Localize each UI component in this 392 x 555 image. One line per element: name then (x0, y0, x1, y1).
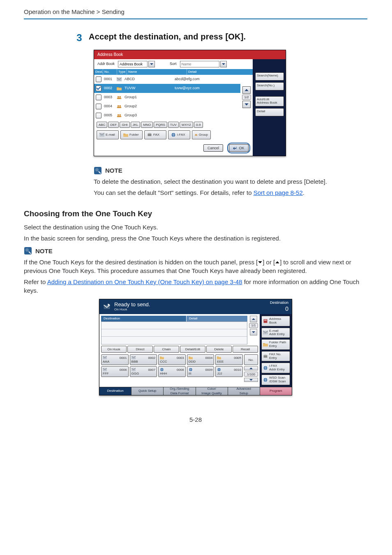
ab-addressbook-dropdown-button[interactable] (148, 61, 155, 67)
chain-button[interactable]: Chain (154, 346, 179, 353)
faxno-entry-button[interactable]: FAX No. Entry (261, 351, 290, 362)
note2-line1-b: ] or [ (263, 259, 275, 266)
tab-colorquality[interactable]: Color/ Image Quality (196, 387, 228, 395)
chevron-down-icon (249, 378, 253, 382)
rs-dest-label: Destination (270, 300, 288, 305)
ab-addressbook-value[interactable] (118, 61, 148, 67)
onetouch-key[interactable]: 0003CCC (158, 354, 186, 365)
no-button[interactable]: No. (244, 354, 258, 365)
ot-num: 0002 (148, 356, 155, 360)
ot-scroll-up[interactable] (244, 366, 258, 370)
onetouch-key[interactable]: 0009III (187, 366, 214, 377)
envelope-icon (263, 330, 268, 335)
detailedit-button[interactable]: Detail/Edit (180, 346, 205, 353)
ab-col-no: No. (103, 69, 117, 75)
tab-group[interactable]: Group (192, 130, 211, 139)
alpha-09[interactable]: 0-9 (194, 122, 203, 128)
scroll-down-button[interactable] (250, 329, 257, 335)
recall-button[interactable]: Recall (233, 346, 258, 353)
ot-num: 0007 (148, 368, 155, 372)
email-entry-button[interactable]: E-mail Addr Entry (261, 328, 290, 338)
alpha-jkl[interactable]: JKL (131, 122, 141, 128)
row-name: Group1 (124, 95, 174, 100)
direct-button[interactable]: Direct (127, 346, 153, 353)
ot-num: 0001 (120, 356, 127, 360)
sort-xref-link[interactable]: Sort on page 8-52 (254, 189, 303, 196)
onhook-button[interactable]: On Hook (101, 346, 127, 353)
onetouch-key[interactable]: 0005EEE (215, 354, 243, 365)
checkbox[interactable] (96, 86, 101, 91)
list-item[interactable] (101, 329, 247, 337)
alpha-abc[interactable]: ABC (97, 122, 107, 128)
ready-to-send-screenshot: Ready to send. On Hook Destination 0 Des… (99, 299, 292, 395)
scroll-up-button[interactable] (242, 86, 251, 94)
table-row[interactable]: 0001 ABCD abcd@efg.com (94, 75, 240, 84)
ab-addrbook-label: Addr Book (97, 61, 115, 67)
ab-col-detail: Detail (187, 69, 253, 75)
rs-page-indicator: 1/1 (249, 323, 258, 328)
alpha-pqrs[interactable]: PQRS (154, 122, 167, 128)
tab-advanced[interactable]: Advanced Setup (228, 387, 260, 395)
checkbox[interactable] (96, 76, 101, 82)
alpha-ghi[interactable]: GHI (120, 122, 129, 128)
tab-orgsending[interactable]: Org./Sending Data Format (164, 387, 196, 395)
note-block-2: NOTE If the One Touch Keys for the desir… (24, 247, 367, 295)
tab-fax[interactable]: FAX (144, 130, 166, 139)
wsd-scan-button[interactable]: WSD Scan /DSM Scan (261, 375, 290, 385)
tab-folder[interactable]: Folder (120, 130, 143, 139)
onetouch-key[interactable]: 0007GGG (130, 366, 157, 377)
add-edit-button[interactable]: Add/Edit Address Book (255, 96, 284, 107)
onetouch-xref-link[interactable]: Adding a Destination on One Touch Key (O… (47, 278, 242, 285)
search-name-button[interactable]: Search(Name) (255, 72, 284, 81)
list-item[interactable] (101, 322, 247, 329)
tab-program[interactable]: Program (260, 387, 292, 395)
folder-icon (115, 86, 123, 91)
ok-highlight-ring: OK (227, 143, 250, 154)
alpha-wxyz[interactable]: WXYZ (180, 122, 193, 128)
checkbox[interactable] (96, 113, 101, 118)
onetouch-key[interactable]: 0008HHH (158, 366, 186, 377)
ot-name: HHH (160, 371, 167, 376)
onetouch-key[interactable]: 0010JJJ (215, 366, 243, 377)
rs-actions: On Hook Direct Chain Detail/Edit Delete … (101, 346, 258, 353)
scroll-down-button[interactable] (242, 101, 251, 108)
onetouch-key[interactable]: 0004DDD (187, 354, 214, 365)
tab-folder-label: Folder (129, 132, 139, 137)
ab-name-input[interactable] (180, 61, 219, 67)
addressbook-button[interactable]: Address Book (261, 316, 290, 326)
table-row[interactable]: 0005 Group3 (94, 111, 240, 120)
list-item[interactable] (101, 337, 247, 344)
row-name: Group3 (124, 113, 174, 118)
alpha-mno[interactable]: MNO (141, 122, 153, 128)
folder-entry-button[interactable]: Folder Path Entry (261, 339, 290, 350)
detail-button[interactable]: Detail (255, 108, 284, 116)
checkbox[interactable] (96, 95, 101, 100)
table-row[interactable]: 0002 TUVW tuvw@xyz.com (94, 84, 240, 93)
onetouch-key[interactable]: 0002BBB (130, 354, 157, 365)
alpha-def[interactable]: DEF (108, 122, 119, 128)
ot-scroll-down[interactable] (244, 378, 258, 382)
tab-quicksetup[interactable]: Quick Setup (131, 387, 164, 395)
delete-button[interactable]: Delete (206, 346, 232, 353)
table-row[interactable]: 0004 Group2 (94, 102, 240, 111)
ifax-entry-button[interactable]: i-FAX Addr Entry (261, 363, 290, 373)
onetouch-key[interactable]: 0001AAA (101, 354, 129, 365)
tab-destination[interactable]: Destination (99, 387, 131, 395)
rs-dest-count: 0 (270, 305, 288, 313)
onetouch-key[interactable]: 0006FFF (101, 366, 129, 377)
section-heading: Choosing from the One Touch Key (24, 208, 367, 220)
ab-alpha-filter: ABC DEF GHI JKL MNO PQRS TUV WXYZ 0-9 (94, 120, 253, 129)
scroll-up-button[interactable] (250, 316, 257, 322)
row-no: 0002 (102, 86, 115, 91)
checkbox[interactable] (96, 104, 101, 109)
alpha-tuv[interactable]: TUV (168, 122, 179, 128)
ab-name-search-button[interactable] (220, 61, 227, 67)
table-row[interactable]: 0003 Group1 (94, 93, 240, 102)
tab-email[interactable]: E-mail (97, 130, 119, 139)
cancel-button[interactable]: Cancel (203, 144, 223, 152)
ab-addressbook-dropdown[interactable] (118, 61, 155, 67)
ok-button[interactable]: OK (229, 144, 249, 152)
tab-ifax[interactable]: i-FAX (168, 130, 190, 139)
search-no-button[interactable]: Search(No.) (255, 82, 284, 90)
ab-col-type: Type (117, 69, 127, 75)
